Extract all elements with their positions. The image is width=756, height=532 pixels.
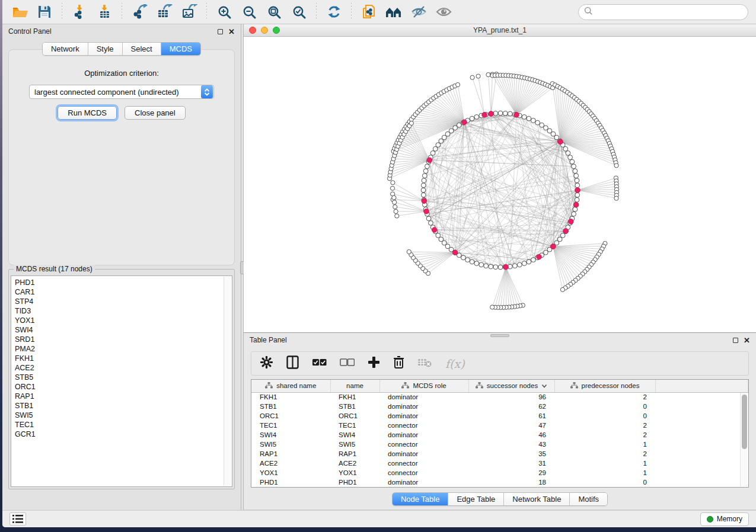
zoom-out-button[interactable] <box>237 2 261 22</box>
hide-selected-button[interactable] <box>406 2 431 22</box>
table-row[interactable]: ACE2ACE2connector311 <box>251 459 748 468</box>
tab-style[interactable]: Style <box>88 43 123 55</box>
horizontal-splitter-grip[interactable] <box>490 334 509 337</box>
export-network-button[interactable] <box>127 2 152 22</box>
mcds-result-item[interactable]: STB5 <box>15 373 232 382</box>
mcds-result-item[interactable]: GCR1 <box>15 430 232 439</box>
table-row[interactable]: STB1STB1dominator620 <box>251 402 748 411</box>
table-cell: 96 <box>468 392 554 402</box>
mcds-result-item[interactable]: ACE2 <box>15 363 232 373</box>
column-header-successor-nodes[interactable]: successor nodes <box>468 380 554 392</box>
tab-node-table[interactable]: Node Table <box>393 493 449 505</box>
column-header-name[interactable]: name <box>330 380 379 392</box>
import-table-button[interactable] <box>92 2 117 22</box>
mcds-result-item[interactable]: PMA2 <box>15 344 232 354</box>
column-header-predecessor-nodes[interactable]: predecessor nodes <box>554 380 655 392</box>
close-table-panel-icon[interactable]: ✕ <box>744 336 750 344</box>
column-header-shared-name[interactable]: shared name <box>251 380 330 392</box>
table-row[interactable]: ORC1ORC1dominator610 <box>251 411 748 421</box>
tab-network[interactable]: Network <box>43 43 88 55</box>
mcds-result-item[interactable]: STP4 <box>15 297 232 306</box>
table-scrollbar-thumb[interactable] <box>742 395 747 449</box>
first-neighbors-button[interactable] <box>381 2 406 22</box>
float-panel-icon[interactable] <box>218 29 223 34</box>
open-session-button[interactable] <box>7 2 32 22</box>
mcds-result-item[interactable]: SWI4 <box>15 325 232 335</box>
network-canvas[interactable] <box>244 37 756 332</box>
mcds-result-item[interactable]: RAP1 <box>15 392 232 401</box>
zoom-in-button[interactable] <box>212 2 237 22</box>
table-row[interactable]: PHD1PHD1dominator180 <box>251 477 748 487</box>
export-network-icon <box>132 4 148 20</box>
table-row[interactable]: SWI5SWI5connector431 <box>251 440 748 449</box>
memory-button-label: Memory <box>717 515 742 523</box>
table-cell: 35 <box>468 449 554 459</box>
run-mcds-button[interactable]: Run MCDS <box>58 106 117 120</box>
mcds-result-list[interactable]: PHD1CAR1STP4TID3YOX1SWI4SRD1PMA2FKH1ACE2… <box>11 275 232 487</box>
mcds-result-item[interactable]: SRD1 <box>15 335 232 344</box>
close-panel-icon[interactable]: ✕ <box>228 28 235 36</box>
show-columns-button[interactable] <box>286 355 299 371</box>
table-cell: 18 <box>468 477 554 487</box>
column-label: shared name <box>276 382 316 389</box>
network-window-titlebar: YPA_prune.txt_1 <box>244 24 756 37</box>
table-toolbar: f(x) <box>251 351 749 376</box>
import-network-button[interactable] <box>67 2 92 22</box>
mcds-result-item[interactable]: TID3 <box>15 306 232 316</box>
function-builder-button[interactable]: f(x) <box>445 357 465 370</box>
table-row[interactable]: FKH1FKH1dominator962 <box>251 392 748 402</box>
memory-button[interactable]: Memory <box>700 512 749 526</box>
criterion-select-value: largest connected component (undirected) <box>30 88 201 97</box>
task-history-button[interactable] <box>9 512 26 525</box>
mcds-result-item[interactable]: FKH1 <box>15 354 232 363</box>
table-row[interactable]: YOX1YOX1connector291 <box>251 468 748 477</box>
mcds-result-item[interactable]: PHD1 <box>15 278 232 287</box>
network-from-selection-button[interactable] <box>356 2 381 22</box>
column-label: name <box>346 382 363 389</box>
table-row[interactable]: TEC1TEC1connector472 <box>251 421 748 430</box>
table-scrollbar[interactable] <box>740 393 748 486</box>
mcds-result-item[interactable]: SWI5 <box>15 411 232 420</box>
criterion-select[interactable]: largest connected component (undirected) <box>29 85 214 99</box>
zoom-selected-button[interactable] <box>286 2 311 22</box>
mcds-result-item[interactable]: STB1 <box>15 401 232 411</box>
delete-table-button[interactable] <box>417 357 432 370</box>
deselect-all-button[interactable] <box>340 358 355 369</box>
search-box[interactable] <box>578 4 748 20</box>
table-row[interactable]: RAP1RAP1dominator352 <box>251 449 748 459</box>
table-cell: 43 <box>468 440 554 449</box>
mcds-result-item[interactable]: ORC1 <box>15 382 232 392</box>
tab-motifs[interactable]: Motifs <box>570 493 607 505</box>
table-cell: 0 <box>554 411 655 421</box>
delete-columns-button[interactable] <box>393 355 404 371</box>
close-panel-button[interactable]: Close panel <box>125 106 186 120</box>
search-input[interactable] <box>596 8 742 17</box>
table-cell: dominator <box>379 392 468 402</box>
tab-select[interactable]: Select <box>123 43 161 55</box>
tab-edge-table[interactable]: Edge Table <box>448 493 504 505</box>
add-column-button[interactable] <box>368 356 380 371</box>
zoom-fit-button[interactable] <box>261 2 286 22</box>
save-session-button[interactable] <box>32 2 57 22</box>
select-all-button[interactable] <box>312 358 327 369</box>
node-table[interactable]: shared namenameMCDS rolesuccessor nodesp… <box>251 379 749 488</box>
mcds-result-item[interactable]: CAR1 <box>15 287 232 297</box>
zoom-fit-icon <box>267 5 282 20</box>
mcds-result-item[interactable]: YOX1 <box>15 316 232 325</box>
mcds-list-scrollbar[interactable] <box>224 277 231 486</box>
column-header-MCDS-role[interactable]: MCDS role <box>379 380 468 392</box>
float-table-panel-icon[interactable] <box>733 338 738 343</box>
export-image-button[interactable] <box>177 2 202 22</box>
tab-mcds[interactable]: MCDS <box>161 43 200 55</box>
table-cell: PHD1 <box>251 477 330 487</box>
table-cell: ACE2 <box>330 459 379 468</box>
mcds-result-item[interactable]: TEC1 <box>15 420 232 430</box>
tab-network-table[interactable]: Network Table <box>504 493 570 505</box>
export-table-button[interactable] <box>152 2 177 22</box>
table-row[interactable]: SWI4SWI4dominator462 <box>251 430 748 440</box>
show-all-button[interactable] <box>431 2 456 22</box>
table-mode-gear-button[interactable] <box>260 355 273 371</box>
apply-layout-button[interactable] <box>321 2 346 22</box>
table-cell: 1 <box>554 440 655 449</box>
table-cell: dominator <box>379 402 468 411</box>
